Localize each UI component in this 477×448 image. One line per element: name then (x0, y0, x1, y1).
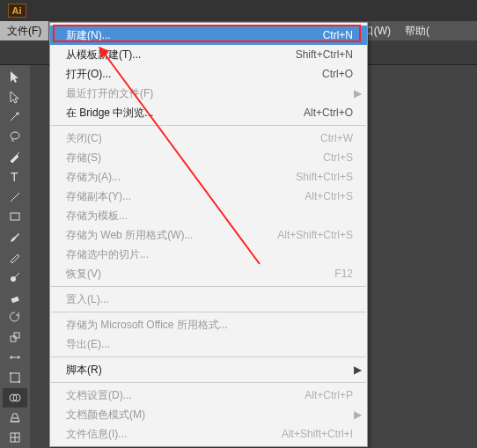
menu-item-0[interactable]: 新建(N)...Ctrl+N (50, 26, 367, 45)
lasso-icon (8, 129, 22, 143)
menu-item-shortcut: Alt+Ctrl+P (305, 389, 353, 401)
menu-item-shortcut: Ctrl+N (323, 29, 353, 41)
tool-line[interactable] (3, 187, 27, 207)
menu-item-9: 存储副本(Y)...Alt+Ctrl+S (50, 187, 367, 206)
tool-selection[interactable] (3, 67, 27, 86)
menu-separator (51, 286, 366, 287)
svg-point-9 (10, 372, 11, 374)
menu-item-label: 脚本(R) (66, 363, 353, 378)
eraser-icon (8, 290, 22, 305)
menu-item-label: 存储副本(Y)... (66, 189, 305, 204)
tool-magic-wand[interactable] (3, 107, 27, 127)
menu-item-2[interactable]: 打开(O)...Ctrl+O (50, 64, 367, 84)
menu-item-11: 存储为 Web 所用格式(W)...Alt+Shift+Ctrl+S (50, 225, 367, 245)
tool-panel: T (0, 65, 30, 448)
pencil-icon (8, 250, 22, 264)
app-title-bar: Ai (0, 0, 477, 21)
selection-icon (8, 70, 22, 84)
menu-item-shortcut: F12 (334, 268, 353, 280)
menu-item-shortcut: Ctrl+O (322, 68, 353, 80)
svg-point-0 (11, 132, 19, 139)
menu-item-label: 存储为(A)... (66, 170, 296, 185)
menu-item-label: 存储(S) (66, 151, 323, 165)
mesh-icon (8, 430, 22, 444)
file-menu-dropdown: 新建(N)...Ctrl+N从模板新建(T)...Shift+Ctrl+N打开(… (49, 22, 368, 447)
menu-item-8: 存储为(A)...Shift+Ctrl+S (50, 167, 367, 187)
menu-item-7: 存储(S)Ctrl+S (50, 148, 367, 167)
menu-item-label: 打开(O)... (66, 67, 322, 82)
menu-item-shortcut: Shift+Ctrl+N (296, 48, 353, 61)
menu-item-15: 置入(L)... (50, 290, 367, 309)
menu-item-3: 最近打开的文件(F)▶ (50, 84, 367, 103)
tool-paintbrush[interactable] (3, 227, 27, 246)
menu-item-12: 存储选中的切片... (50, 245, 367, 264)
menu-item-shortcut: Ctrl+S (323, 151, 353, 164)
menu-item-1[interactable]: 从模板新建(T)...Shift+Ctrl+N (50, 45, 367, 64)
submenu-arrow-icon: ▶ (354, 87, 362, 99)
rotate-icon (8, 310, 22, 324)
menu-item-10: 存储为模板... (50, 206, 367, 225)
tool-mesh[interactable] (3, 428, 27, 447)
tool-pen[interactable] (3, 147, 27, 166)
pen-icon (8, 150, 22, 164)
menu-item-label: 文档颜色模式(M) (66, 408, 353, 422)
menu-item-label: 置入(L)... (66, 292, 353, 307)
rectangle-icon (8, 209, 22, 224)
menu-item-shortcut: Alt+Ctrl+S (305, 190, 353, 202)
direct-selection-icon (8, 90, 22, 104)
tool-width[interactable] (3, 348, 27, 367)
tool-rectangle[interactable] (3, 208, 27, 227)
menu-item-label: 文档设置(D)... (66, 388, 305, 403)
svg-text:T: T (11, 170, 18, 184)
tool-rotate[interactable] (3, 308, 27, 327)
menu-separator (51, 356, 366, 357)
menu-item-label: 关闭(C) (66, 131, 320, 146)
submenu-arrow-icon: ▶ (354, 364, 362, 376)
menu-item-label: 导出(E)... (66, 337, 353, 352)
paintbrush-icon (8, 230, 22, 244)
menu-separator (51, 312, 366, 312)
menu-item-label: 新建(N)... (66, 28, 323, 43)
menu-item-4[interactable]: 在 Bridge 中浏览...Alt+Ctrl+O (50, 103, 367, 122)
svg-point-10 (18, 381, 20, 383)
scale-icon (8, 330, 22, 344)
tool-free-transform[interactable] (3, 368, 27, 387)
menu-item-label: 存储为 Web 所用格式(W)... (66, 228, 277, 243)
app-logo: Ai (0, 0, 33, 21)
menu-item-24: 文件信息(I)...Alt+Shift+Ctrl+I (50, 424, 367, 444)
toolbox-dock-strip (30, 65, 39, 448)
menu-item-label: 存储为模板... (66, 209, 353, 224)
width-icon (8, 350, 22, 364)
menu-item-18: 导出(E)... (50, 334, 367, 354)
svg-rect-3 (11, 213, 19, 220)
tool-eraser[interactable] (3, 288, 27, 307)
menu-item-shortcut: Alt+Ctrl+O (304, 106, 353, 119)
submenu-arrow-icon: ▶ (354, 408, 362, 421)
free-transform-icon (8, 371, 22, 385)
blob-brush-icon (8, 270, 22, 284)
menu-separator (51, 125, 366, 126)
menubar-item-8[interactable]: 帮助( (398, 21, 437, 40)
menu-item-shortcut: Alt+Shift+Ctrl+I (282, 428, 353, 440)
magic-wand-icon (8, 109, 22, 123)
svg-rect-5 (11, 296, 19, 302)
type-icon: T (8, 170, 22, 184)
menu-item-22: 文档设置(D)...Alt+Ctrl+P (50, 386, 367, 405)
menu-item-shortcut: Ctrl+W (320, 132, 353, 144)
menu-item-shortcut: Shift+Ctrl+S (296, 171, 353, 183)
tool-direct-selection[interactable] (3, 87, 27, 106)
svg-rect-8 (11, 373, 19, 382)
tool-scale[interactable] (3, 327, 27, 347)
tool-shape-builder[interactable] (3, 388, 27, 408)
menu-item-20[interactable]: 脚本(R)▶ (50, 360, 367, 379)
menubar-item-0[interactable]: 文件(F) (0, 21, 48, 40)
tool-blob-brush[interactable] (3, 268, 27, 287)
shape-builder-icon (8, 391, 22, 405)
tool-perspective[interactable] (3, 408, 27, 428)
tool-lasso[interactable] (3, 127, 27, 146)
menu-item-label: 最近打开的文件(F) (66, 86, 353, 101)
menu-item-6: 关闭(C)Ctrl+W (50, 129, 367, 148)
tool-type[interactable]: T (3, 167, 27, 187)
tool-pencil[interactable] (3, 247, 27, 267)
line-icon (8, 190, 22, 204)
